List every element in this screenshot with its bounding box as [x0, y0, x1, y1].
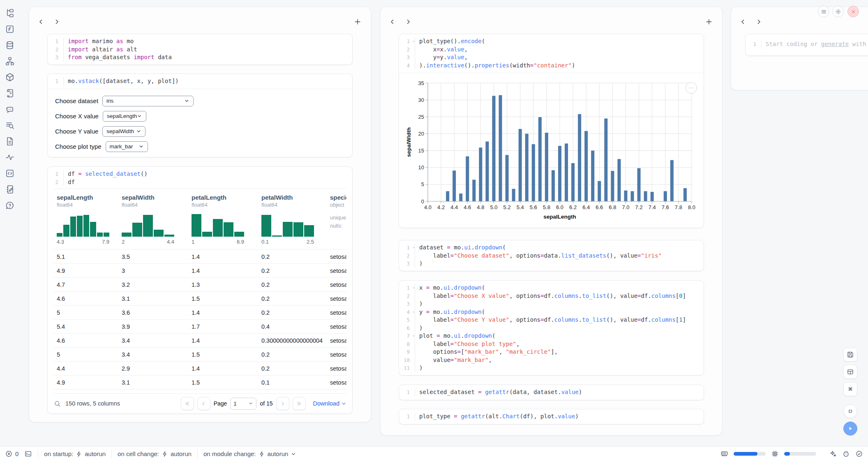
- code-line[interactable]: 5 label="Choose Y value", options=df.col…: [399, 316, 704, 324]
- column-next-button[interactable]: [755, 18, 762, 25]
- settings-button[interactable]: [832, 6, 844, 17]
- packages-icon[interactable]: [5, 72, 15, 82]
- search-icon[interactable]: [53, 400, 61, 408]
- column-header[interactable]: sepalWidthfloat6424.4: [118, 194, 188, 245]
- column-header[interactable]: sepalLengthfloat644.37.9: [53, 194, 118, 245]
- scratchpad-icon[interactable]: [5, 184, 15, 194]
- table-row[interactable]: 4.931.40.2setosa: [53, 264, 346, 278]
- table-row[interactable]: 4.42.91.40.2setosa: [53, 362, 346, 376]
- code-editor[interactable]: 1⌄dataset = mo.ui.dropdown(2 label="Choo…: [399, 240, 704, 271]
- code-editor[interactable]: 1⌄plot_type().encode(2 x=x.value,3 y=y.v…: [399, 34, 704, 73]
- code-line[interactable]: 2df: [48, 178, 352, 187]
- add-cell-button[interactable]: [353, 18, 362, 26]
- code-line[interactable]: 3): [399, 260, 704, 268]
- table-row[interactable]: 4.63.41.40.30000000000000004setosa: [53, 334, 346, 348]
- functions-icon[interactable]: [5, 24, 15, 34]
- code-line[interactable]: 7⌄plot = mo.ui.dropdown(: [399, 332, 704, 340]
- code-line[interactable]: 1⌄dataset = mo.ui.dropdown(: [399, 244, 704, 252]
- file-tree-icon[interactable]: [5, 8, 15, 18]
- code-line[interactable]: 10 value="mark_bar",: [399, 356, 704, 364]
- dropdown-select[interactable]: sepalLength: [103, 111, 146, 122]
- column-next-button[interactable]: [53, 18, 60, 25]
- next-page-button[interactable]: [276, 397, 289, 410]
- code-line[interactable]: 11): [399, 364, 704, 372]
- table-row[interactable]: 53.41.50.2setosa: [53, 348, 346, 362]
- terminal-button[interactable]: [24, 450, 32, 458]
- chart-actions-button[interactable]: [686, 82, 697, 94]
- table-row[interactable]: 5.43.91.70.4setosa: [53, 320, 346, 334]
- copilot-icon[interactable]: [842, 450, 850, 458]
- code-editor[interactable]: 1⌄x = mo.ui.dropdown(2 label="Choose X v…: [399, 281, 704, 376]
- fold-chevron-icon[interactable]: ⌄: [413, 333, 415, 337]
- logs-icon[interactable]: [5, 88, 15, 98]
- outline-search-icon[interactable]: [5, 120, 15, 130]
- code-editor[interactable]: 1df = selected_dataset()2df: [48, 167, 352, 189]
- code-line[interactable]: 1import marimo as mo: [48, 37, 352, 46]
- table-row[interactable]: 53.61.40.2setosa: [53, 306, 346, 320]
- code-icon[interactable]: [5, 168, 15, 178]
- code-editor[interactable]: 1mo.vstack([dataset, x, y, plot]): [48, 74, 352, 89]
- code-line[interactable]: 1⌄plot_type().encode(: [399, 37, 704, 46]
- code-line[interactable]: 3 y=y.value,: [399, 53, 704, 62]
- first-page-button[interactable]: [181, 397, 194, 410]
- code-line[interactable]: 3): [399, 300, 704, 308]
- last-page-button[interactable]: [293, 397, 306, 410]
- fold-chevron-icon[interactable]: ⌄: [413, 309, 415, 313]
- chat-icon[interactable]: [5, 104, 15, 114]
- code-line[interactable]: 2 label="Choose X value", options=df.col…: [399, 292, 704, 300]
- code-line[interactable]: 1selected_dataset = getattr(data, datase…: [399, 388, 704, 396]
- dependency-graph-icon[interactable]: [5, 56, 15, 66]
- datasources-icon[interactable]: [5, 40, 15, 50]
- close-button[interactable]: [847, 6, 859, 17]
- dropdown-select[interactable]: sepalWidth: [102, 126, 145, 137]
- code-line[interactable]: 2import altair as alt: [48, 46, 352, 54]
- column-prev-button[interactable]: [389, 18, 396, 25]
- table-row[interactable]: 4.93.11.50.1setosa: [53, 376, 346, 390]
- code-line[interactable]: 4⌄y = mo.ui.dropdown(: [399, 308, 704, 316]
- table-row[interactable]: 4.63.11.50.2setosa: [53, 292, 346, 306]
- command-palette-button[interactable]: ⌘: [843, 382, 857, 396]
- table-row[interactable]: 4.73.21.30.2setosa: [53, 278, 346, 292]
- save-button[interactable]: [843, 348, 857, 362]
- tracing-icon[interactable]: [5, 152, 15, 162]
- code-line[interactable]: 9 options=["mark_bar", "mark_circle"],: [399, 348, 704, 356]
- column-header[interactable]: petalWidthfloat640.12.5: [258, 194, 327, 245]
- menu-button[interactable]: [818, 6, 829, 17]
- code-line[interactable]: 1df = selected_dataset(): [48, 170, 352, 178]
- prev-page-button[interactable]: [197, 397, 210, 410]
- bar-chart[interactable]: 051015202530354.04.24.44.64.85.05.25.45.…: [404, 78, 698, 223]
- error-indicator[interactable]: 0: [5, 450, 18, 458]
- run-button[interactable]: [843, 422, 857, 436]
- dropdown-select[interactable]: iris: [102, 96, 194, 106]
- code-line[interactable]: 1Start coding or generate with AI: [746, 40, 868, 48]
- fold-chevron-icon[interactable]: ⌄: [413, 39, 415, 42]
- column-prev-button[interactable]: [37, 18, 45, 25]
- runtime-setting[interactable]: on cell change:autorun: [118, 450, 192, 457]
- column-header[interactable]: speciesobjectunique:nulls:: [327, 194, 346, 245]
- ai-sparkles-icon[interactable]: [829, 450, 837, 458]
- page-select[interactable]: 1: [230, 398, 256, 410]
- column-next-button[interactable]: [404, 18, 412, 25]
- column-header[interactable]: petalLengthfloat6416.9: [188, 194, 258, 245]
- fold-chevron-icon[interactable]: ⌄: [413, 285, 415, 289]
- table-row[interactable]: 5.13.51.40.2setosa: [53, 250, 346, 264]
- dropdown-select[interactable]: mark_bar: [106, 141, 148, 152]
- code-editor[interactable]: 1plot_type = getattr(alt.Chart(df), plot…: [399, 409, 704, 424]
- snippets-icon[interactable]: [5, 136, 15, 146]
- column-prev-button[interactable]: [739, 18, 747, 25]
- fold-chevron-icon[interactable]: ⌄: [413, 245, 415, 249]
- runtime-setting[interactable]: on module change:autorun: [203, 450, 296, 457]
- code-line[interactable]: 1⌄x = mo.ui.dropdown(: [399, 284, 704, 292]
- code-editor[interactable]: 1import marimo as mo2import altair as al…: [48, 34, 352, 65]
- stop-button[interactable]: [843, 404, 857, 418]
- add-cell-button[interactable]: [705, 18, 713, 26]
- code-line[interactable]: 3from vega_datasets import data: [48, 53, 352, 62]
- code-line[interactable]: 6): [399, 324, 704, 332]
- code-line[interactable]: 1plot_type = getattr(alt.Chart(df), plot…: [399, 413, 704, 421]
- code-line[interactable]: 4).interactive().properties(width="conta…: [399, 62, 704, 70]
- download-button[interactable]: Download: [313, 400, 347, 407]
- connection-status-icon[interactable]: [855, 450, 863, 458]
- runtime-setting[interactable]: on startup:autorun: [44, 450, 106, 457]
- help-icon[interactable]: [5, 201, 15, 210]
- code-line[interactable]: 8 label="Choose plot type",: [399, 340, 704, 348]
